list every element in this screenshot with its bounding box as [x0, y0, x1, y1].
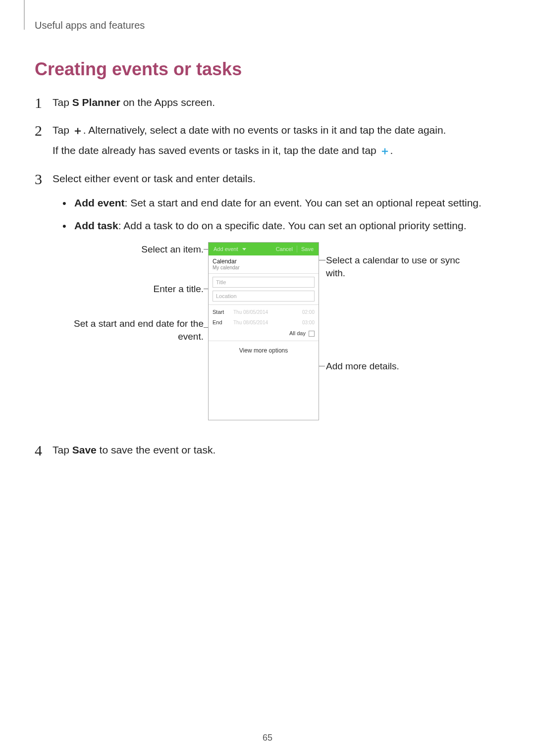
step-text: . — [390, 145, 393, 156]
save-label: Save — [72, 444, 97, 455]
location-input[interactable]: Location — [213, 291, 315, 302]
step-number: 4 — [35, 439, 42, 461]
plus-icon: ＋ — [72, 122, 83, 139]
divider — [297, 246, 297, 252]
phone-header: Add event Cancel Save — [209, 243, 319, 255]
calendar-label: Calendar — [213, 258, 315, 265]
bullet-text: : Set a start and end date for an event.… — [125, 197, 482, 208]
annotated-screenshot: Select an item. Enter a title. Set a sta… — [67, 242, 479, 430]
step-2: 2 Tap ＋. Alternatively, select a date wi… — [35, 122, 500, 159]
page-content: Useful apps and features Creating events… — [0, 0, 535, 458]
step-3: 3 Select either event or task and enter … — [35, 171, 500, 431]
save-button[interactable]: Save — [299, 245, 316, 253]
app-name: S Planner — [72, 97, 120, 108]
plus-icon: ＋ — [379, 143, 390, 159]
add-event-tab[interactable]: Add event — [212, 245, 240, 253]
start-label: Start — [213, 308, 233, 316]
dropdown-icon[interactable] — [242, 248, 246, 251]
calendar-selector[interactable]: Calendar My calendar — [209, 255, 319, 274]
bullet-add-task: Add task: Add a task to do on a specific… — [62, 218, 500, 234]
page-edge-mark — [24, 0, 25, 30]
end-time: 03:00 — [302, 319, 315, 326]
date-section: Start Thu 08/05/2014 02:00 End Thu 08/05… — [209, 304, 319, 341]
bullet-text: : Add a task to do on a specific date. Y… — [118, 220, 467, 231]
allday-checkbox[interactable] — [309, 331, 315, 337]
section-title: Creating events or tasks — [35, 59, 500, 80]
end-date-row[interactable]: End Thu 08/05/2014 03:00 — [209, 317, 319, 328]
start-time: 02:00 — [302, 308, 315, 316]
calendar-value: My calendar — [213, 265, 315, 271]
view-more-options[interactable]: View more options — [209, 341, 319, 360]
steps-list: 1 Tap S Planner on the Apps screen. 2 Ta… — [35, 95, 500, 458]
step-text: If the date already has saved events or … — [53, 145, 379, 156]
step-number: 3 — [35, 168, 42, 190]
start-date-row[interactable]: Start Thu 08/05/2014 02:00 — [209, 307, 319, 317]
breadcrumb: Useful apps and features — [35, 20, 500, 31]
step-text: Tap — [53, 124, 72, 136]
step-number: 2 — [35, 119, 42, 142]
callout-enter-title: Enter a title. — [67, 283, 204, 296]
step-subtext: If the date already has saved events or … — [53, 143, 500, 159]
cancel-button[interactable]: Cancel — [274, 245, 295, 253]
callout-select-item: Select an item. — [67, 243, 204, 256]
step-text: on the Apps screen. — [120, 97, 215, 108]
start-date: Thu 08/05/2014 — [233, 308, 302, 316]
end-label: End — [213, 318, 233, 327]
bullet-add-event: Add event: Set a start and end date for … — [62, 195, 500, 211]
bullet-list: Add event: Set a start and end date for … — [62, 195, 500, 233]
bullet-label: Add task — [74, 220, 118, 231]
step-number: 1 — [35, 92, 42, 114]
callout-select-calendar: Select a calendar to use or sync with. — [326, 254, 475, 279]
step-1: 1 Tap S Planner on the Apps screen. — [35, 95, 500, 110]
step-text: to save the event or task. — [97, 444, 215, 455]
step-text: Select either event or task and enter de… — [53, 173, 256, 184]
bullet-label: Add event — [74, 197, 125, 208]
page-number: 65 — [0, 733, 535, 743]
step-4: 4 Tap Save to save the event or task. — [35, 442, 500, 458]
callout-line — [319, 260, 325, 260]
step-text: Tap — [53, 444, 72, 455]
end-date: Thu 08/05/2014 — [233, 319, 302, 326]
step-text: Tap — [53, 97, 72, 108]
title-input[interactable]: Title — [213, 277, 315, 288]
callout-set-dates: Set a start and end date for the event. — [67, 317, 204, 343]
allday-row[interactable]: All day — [209, 327, 319, 341]
allday-label: All day — [289, 329, 306, 338]
phone-mockup: Add event Cancel Save Calendar My calend… — [208, 242, 319, 420]
callout-add-more: Add more details. — [326, 360, 465, 373]
step-text: . Alternatively, select a date with no e… — [83, 124, 446, 136]
